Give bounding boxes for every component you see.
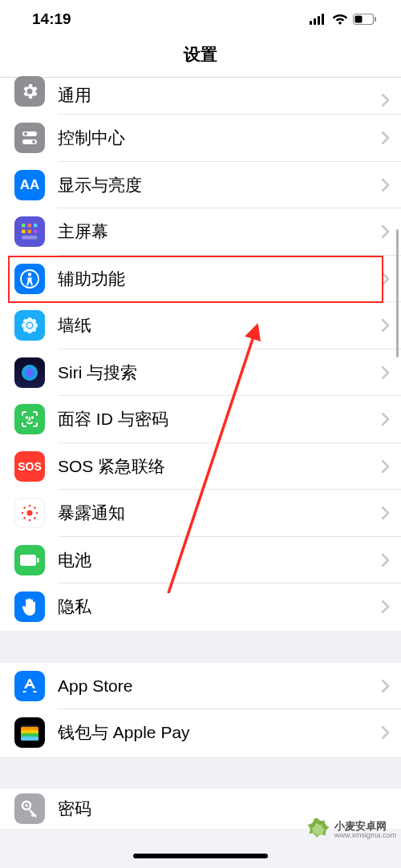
svg-rect-0 — [310, 21, 312, 25]
wallet-icon — [14, 717, 45, 748]
row-label: 通用 — [58, 84, 382, 107]
svg-point-27 — [23, 327, 28, 332]
row-label: 墙纸 — [58, 314, 382, 337]
home-indicator[interactable] — [133, 854, 268, 858]
svg-rect-3 — [322, 14, 324, 25]
svg-point-38 — [34, 507, 36, 510]
chevron-right-icon — [382, 600, 401, 613]
row-label: SOS 紧急联络 — [58, 455, 382, 478]
status-time: 14:19 — [32, 10, 71, 28]
row-home-screen[interactable]: 主屏幕 — [0, 208, 401, 256]
svg-point-36 — [36, 512, 38, 515]
svg-point-49 — [25, 804, 28, 807]
row-display[interactable]: AA 显示与亮度 — [0, 162, 401, 209]
watermark-line1: 小麦安卓网 — [334, 821, 396, 832]
page-header: 设置 — [0, 38, 401, 78]
hand-icon — [14, 591, 45, 622]
svg-rect-47 — [21, 737, 38, 741]
row-label: 面容 ID 与密码 — [58, 408, 382, 430]
row-privacy[interactable]: 隐私 — [0, 583, 401, 631]
svg-point-32 — [27, 511, 33, 516]
chevron-right-icon — [382, 94, 401, 107]
exposure-icon — [14, 498, 45, 528]
group-separator — [0, 631, 401, 663]
svg-point-35 — [22, 512, 24, 515]
svg-point-40 — [34, 517, 36, 519]
row-label: App Store — [58, 676, 382, 696]
svg-rect-5 — [355, 16, 363, 23]
row-faceid[interactable]: 面容 ID 与密码 — [0, 396, 401, 443]
row-accessibility[interactable]: 辅助功能 — [0, 256, 401, 303]
toggles-icon — [14, 123, 45, 153]
home-grid-icon — [14, 216, 45, 247]
wifi-icon — [332, 14, 348, 25]
gear-icon — [14, 76, 45, 107]
chevron-right-icon — [382, 131, 401, 144]
watermark-line2: www.xmsigma.com — [334, 832, 396, 839]
svg-point-8 — [24, 132, 27, 135]
row-sos[interactable]: SOS SOS 紧急联络 — [0, 443, 401, 491]
faceid-icon — [14, 404, 45, 434]
svg-rect-15 — [28, 230, 32, 234]
svg-point-29 — [22, 365, 38, 381]
signal-icon — [310, 14, 327, 25]
row-label: 隐私 — [58, 595, 382, 618]
sos-icon: SOS — [14, 451, 45, 482]
svg-rect-12 — [28, 224, 32, 228]
row-label: 控制中心 — [58, 127, 382, 149]
status-bar: 14:19 — [0, 0, 401, 38]
svg-rect-41 — [20, 555, 36, 566]
chevron-right-icon — [382, 726, 401, 739]
svg-point-19 — [28, 273, 31, 276]
page-title: 设置 — [0, 43, 401, 66]
group-separator — [0, 757, 401, 789]
svg-point-25 — [23, 319, 28, 324]
chevron-right-icon — [382, 460, 401, 473]
svg-rect-1 — [314, 18, 316, 25]
svg-rect-42 — [37, 558, 39, 563]
svg-point-39 — [23, 517, 26, 519]
settings-list[interactable]: 通用 控制中心 AA 显示与亮度 主屏幕 辅助功能 墙纸 — [0, 78, 401, 829]
row-appstore[interactable]: App Store — [0, 663, 401, 710]
flower-icon — [14, 310, 45, 341]
scrollbar[interactable] — [396, 229, 399, 357]
row-siri[interactable]: Siri 与搜索 — [0, 349, 401, 397]
svg-point-28 — [31, 327, 36, 332]
row-label: 暴露通知 — [58, 502, 382, 524]
row-label: 辅助功能 — [58, 268, 382, 290]
siri-icon — [14, 357, 45, 388]
svg-rect-11 — [22, 224, 26, 228]
svg-point-20 — [27, 323, 32, 328]
watermark-logo-icon — [304, 817, 331, 844]
row-general[interactable]: 通用 — [0, 78, 401, 115]
row-label: 显示与亮度 — [58, 174, 382, 196]
accessibility-icon — [14, 264, 45, 294]
row-wallet[interactable]: 钱包与 Apple Pay — [0, 709, 401, 757]
svg-rect-17 — [22, 236, 38, 240]
chevron-right-icon — [382, 366, 401, 379]
chevron-right-icon — [382, 179, 401, 192]
key-icon — [14, 793, 45, 824]
svg-rect-14 — [22, 230, 26, 234]
watermark: 小麦安卓网 www.xmsigma.com — [304, 817, 396, 844]
chevron-right-icon — [382, 413, 401, 426]
appstore-icon — [14, 671, 45, 701]
row-control-center[interactable]: 控制中心 — [0, 115, 401, 162]
svg-point-10 — [32, 140, 35, 143]
svg-point-30 — [26, 417, 28, 418]
svg-rect-16 — [34, 230, 38, 234]
chevron-right-icon — [382, 680, 401, 692]
status-indicators — [310, 14, 377, 25]
svg-point-31 — [32, 417, 34, 418]
row-battery[interactable]: 电池 — [0, 537, 401, 584]
row-label: 电池 — [58, 549, 382, 571]
battery-icon — [353, 14, 377, 25]
row-exposure[interactable]: 暴露通知 — [0, 490, 401, 537]
chevron-right-icon — [382, 554, 401, 567]
svg-point-26 — [31, 319, 36, 324]
svg-rect-13 — [34, 224, 38, 228]
svg-rect-2 — [318, 16, 320, 25]
row-label: 主屏幕 — [58, 220, 382, 243]
battery-icon — [14, 545, 45, 575]
row-wallpaper[interactable]: 墙纸 — [0, 302, 401, 349]
